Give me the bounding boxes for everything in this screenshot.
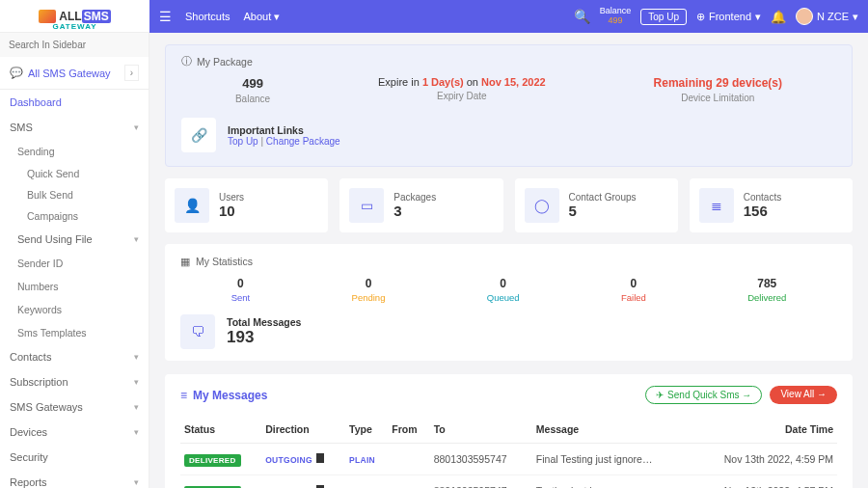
chevron-down-icon: ▾ (134, 477, 139, 487)
user-menu[interactable]: N ZCE ▾ (796, 8, 858, 25)
table-row[interactable]: DELIVERED OUTGOING PLAIN 8801303595747 T… (180, 475, 837, 489)
stat-icon: ◯ (525, 188, 559, 223)
sidebar-search-input[interactable] (0, 33, 149, 57)
nav-security[interactable]: Security (0, 445, 149, 470)
table-row[interactable]: DELIVERED OUTGOING PLAIN 8801303595747 F… (180, 444, 837, 475)
stat-delivered: 785 Delivered (747, 277, 786, 303)
stat-card-contacts[interactable]: ≣ Contacts156 (690, 178, 853, 232)
frontend-dropdown[interactable]: ⊕ Frontend ▾ (696, 11, 761, 23)
status-badge: DELIVERED (184, 454, 241, 467)
sidebar-brand[interactable]: 💬 All SMS Gateway (10, 67, 111, 79)
package-balance: 499 Balance (235, 76, 270, 104)
nav-contacts[interactable]: Contacts▾ (0, 344, 149, 369)
nav-sender-id[interactable]: Sender ID (0, 252, 149, 275)
messages-icon: 🗨 (180, 314, 215, 349)
topup-button[interactable]: Top Up (640, 9, 687, 25)
topup-link[interactable]: Top Up (228, 136, 258, 147)
my-package-card: ⓘMy Package 499 Balance Expire in 1 Day(… (165, 44, 853, 167)
stat-pending: 0 Pending (352, 277, 386, 303)
topbar: ☰ Shortcuts About ▾ 🔍 Balance 499 Top Up… (149, 0, 868, 33)
package-expiry: Expire in 1 Day(s) on Nov 15, 2022 Expir… (378, 76, 546, 104)
nav-reports[interactable]: Reports▾ (0, 470, 149, 488)
stat-icon: ▭ (349, 188, 384, 223)
logo-icon (39, 10, 56, 23)
messages-table: Status Direction Type From To Message Da… (180, 416, 837, 488)
chevron-down-icon: ▾ (134, 402, 139, 412)
chevron-down-icon: ▾ (134, 427, 139, 437)
my-statistics-panel: ▦My Statistics 0 Sent 0 Pending 0 Queued… (165, 244, 853, 361)
device-icon (316, 453, 324, 463)
balance-display: Balance 499 (600, 7, 632, 26)
grid-icon: ▦ (180, 256, 190, 267)
nav-subscription[interactable]: Subscription▾ (0, 369, 149, 394)
nav-send-using-file[interactable]: Send Using File▾ (0, 227, 149, 252)
nav-devices[interactable]: Devices▾ (0, 420, 149, 445)
stat-card-packages[interactable]: ▭ Packages3 (339, 178, 502, 232)
my-messages-panel: ≡My Messages ✈Send Quick Sms → View All … (165, 374, 853, 488)
nav-numbers[interactable]: Numbers (0, 275, 149, 298)
stat-icon: ≣ (699, 188, 734, 223)
chevron-down-icon: ▾ (134, 377, 139, 387)
info-icon: ⓘ (181, 55, 192, 68)
nav-sms-gateways[interactable]: SMS Gateways▾ (0, 394, 149, 420)
stat-card-users[interactable]: 👤 Users10 (165, 178, 328, 232)
nav-campaigns[interactable]: Campaigns (0, 205, 149, 227)
stat-failed: 0 Failed (621, 277, 646, 303)
shortcuts-link[interactable]: Shortcuts (185, 11, 230, 22)
sidebar-collapse-button[interactable]: › (124, 65, 139, 81)
about-dropdown[interactable]: About ▾ (243, 11, 280, 23)
nav-sending[interactable]: Sending (0, 140, 149, 163)
main-content: ⓘMy Package 499 Balance Expire in 1 Day(… (149, 33, 868, 488)
nav-sms-templates[interactable]: Sms Templates (0, 321, 149, 344)
nav-keywords[interactable]: Keywords (0, 298, 149, 321)
change-package-link[interactable]: Change Package (266, 136, 340, 147)
nav-quick-send[interactable]: Quick Send (0, 163, 149, 184)
avatar-icon (796, 8, 813, 25)
view-all-button[interactable]: View All → (770, 386, 837, 404)
logo[interactable]: ALLSMS GATEWAY (0, 0, 149, 33)
stat-sent: 0 Sent (231, 277, 251, 303)
chevron-down-icon: ▾ (134, 234, 139, 244)
nav-dashboard[interactable]: Dashboard (0, 90, 149, 115)
send-icon: ✈ (656, 390, 664, 400)
chevron-down-icon: ▾ (134, 352, 139, 362)
nav-bulk-send[interactable]: Bulk Send (0, 184, 149, 205)
send-quick-sms-button[interactable]: ✈Send Quick Sms → (645, 386, 762, 404)
stat-queued: 0 Queued (487, 277, 520, 303)
list-icon: ≡ (180, 389, 187, 402)
link-icon: 🔗 (181, 118, 216, 152)
notifications-icon[interactable]: 🔔 (771, 10, 786, 24)
chevron-down-icon: ▾ (134, 122, 139, 132)
stat-icon: 👤 (175, 188, 209, 223)
search-icon[interactable]: 🔍 (574, 9, 590, 24)
stat-card-contact-groups[interactable]: ◯ Contact Groups5 (515, 178, 678, 232)
menu-toggle-icon[interactable]: ☰ (159, 9, 172, 24)
sidebar: 💬 All SMS Gateway › Dashboard SMS▾ Sendi… (0, 33, 149, 488)
package-devices: Remaining 29 device(s) Device Limitation (654, 76, 782, 104)
nav-sms[interactable]: SMS▾ (0, 115, 149, 140)
